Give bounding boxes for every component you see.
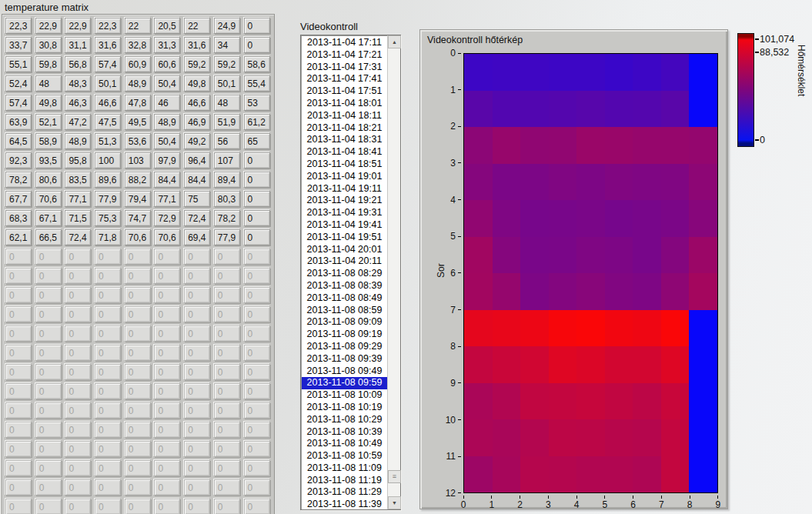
matrix-cell-empty[interactable]: 0 xyxy=(5,364,32,380)
matrix-cell-empty[interactable]: 0 xyxy=(244,268,270,284)
matrix-cell-empty[interactable]: 0 xyxy=(65,287,91,303)
list-item[interactable]: 2013-11-08 08:29 xyxy=(302,268,387,280)
list-item[interactable]: 2013-11-04 18:11 xyxy=(302,110,387,122)
matrix-cell-empty[interactable]: 0 xyxy=(5,460,32,476)
matrix-cell[interactable]: 49,8 xyxy=(184,75,210,92)
matrix-cell-empty[interactable]: 0 xyxy=(35,383,62,399)
matrix-cell-empty[interactable]: 0 xyxy=(95,460,121,476)
matrix-cell[interactable]: 61,2 xyxy=(244,114,270,130)
matrix-cell-empty[interactable]: 0 xyxy=(95,287,121,303)
matrix-cell[interactable]: 100 xyxy=(95,152,121,169)
matrix-cell[interactable]: 0 xyxy=(244,152,270,169)
matrix-cell[interactable]: 0 xyxy=(244,172,270,188)
matrix-cell[interactable]: 70,6 xyxy=(35,191,62,207)
matrix-cell-empty[interactable]: 0 xyxy=(125,268,151,284)
matrix-cell[interactable]: 0 xyxy=(244,18,270,34)
matrix-cell[interactable]: 51,9 xyxy=(214,114,240,130)
matrix-cell-empty[interactable]: 0 xyxy=(65,268,91,284)
list-item[interactable]: 2013-11-08 08:49 xyxy=(302,292,387,305)
matrix-cell-empty[interactable]: 0 xyxy=(214,287,240,303)
matrix-cell[interactable]: 107 xyxy=(214,152,240,169)
list-item[interactable]: 2013-11-08 11:19 xyxy=(302,475,387,487)
matrix-cell[interactable]: 0 xyxy=(244,210,270,226)
matrix-cell[interactable]: 79,4 xyxy=(125,191,151,207)
matrix-cell[interactable]: 47,8 xyxy=(125,95,151,111)
matrix-cell[interactable]: 62,1 xyxy=(5,229,32,245)
matrix-cell-empty[interactable]: 0 xyxy=(244,364,270,380)
matrix-cell[interactable]: 31,6 xyxy=(95,37,121,53)
matrix-cell-empty[interactable]: 0 xyxy=(35,249,62,265)
matrix-cell-empty[interactable]: 0 xyxy=(184,479,210,496)
matrix-cell-empty[interactable]: 0 xyxy=(95,402,121,419)
matrix-cell[interactable]: 22,3 xyxy=(95,18,121,34)
matrix-cell-empty[interactable]: 0 xyxy=(65,306,91,322)
matrix-cell[interactable]: 46,3 xyxy=(65,95,91,111)
matrix-cell[interactable]: 72,4 xyxy=(65,229,91,245)
matrix-cell[interactable]: 32,8 xyxy=(125,37,151,53)
matrix-cell-empty[interactable]: 0 xyxy=(214,422,240,438)
matrix-cell[interactable]: 0 xyxy=(244,229,270,245)
matrix-cell-empty[interactable]: 0 xyxy=(184,325,210,342)
matrix-cell-empty[interactable]: 0 xyxy=(125,499,151,514)
matrix-cell[interactable]: 0 xyxy=(244,37,270,53)
matrix-cell[interactable]: 64,5 xyxy=(5,133,32,149)
list-item[interactable]: 2013-11-08 08:59 xyxy=(302,305,387,317)
matrix-cell[interactable]: 77,9 xyxy=(214,229,240,245)
matrix-cell-empty[interactable]: 0 xyxy=(154,460,180,476)
matrix-cell[interactable]: 46,9 xyxy=(184,114,210,130)
matrix-cell-empty[interactable]: 0 xyxy=(244,306,270,322)
matrix-cell[interactable]: 20,5 xyxy=(154,18,180,34)
matrix-cell[interactable]: 92,3 xyxy=(5,152,32,169)
matrix-cell-empty[interactable]: 0 xyxy=(214,345,240,361)
video-list-box[interactable]: 2013-11-04 17:112013-11-04 17:212013-11-… xyxy=(300,35,401,510)
matrix-cell-empty[interactable]: 0 xyxy=(184,402,210,419)
matrix-cell-empty[interactable]: 0 xyxy=(5,479,32,496)
matrix-cell-empty[interactable]: 0 xyxy=(214,402,240,419)
matrix-cell-empty[interactable]: 0 xyxy=(125,364,151,380)
matrix-cell[interactable]: 63,9 xyxy=(5,114,32,130)
matrix-cell[interactable]: 60,9 xyxy=(125,56,151,72)
matrix-cell-empty[interactable]: 0 xyxy=(214,499,240,514)
matrix-cell-empty[interactable]: 0 xyxy=(125,249,151,265)
matrix-cell-empty[interactable]: 0 xyxy=(125,287,151,303)
matrix-cell-empty[interactable]: 0 xyxy=(214,441,240,457)
matrix-cell-empty[interactable]: 0 xyxy=(5,345,32,361)
matrix-cell-empty[interactable]: 0 xyxy=(5,325,32,342)
matrix-cell[interactable]: 22,9 xyxy=(35,18,62,34)
matrix-cell-empty[interactable]: 0 xyxy=(214,479,240,496)
matrix-cell-empty[interactable]: 0 xyxy=(244,422,270,438)
matrix-cell[interactable]: 0 xyxy=(244,191,270,207)
matrix-cell[interactable]: 24,9 xyxy=(214,18,240,34)
matrix-cell[interactable]: 57,4 xyxy=(5,95,32,111)
matrix-cell-empty[interactable]: 0 xyxy=(154,479,180,496)
matrix-cell-empty[interactable]: 0 xyxy=(65,383,91,399)
matrix-cell-empty[interactable]: 0 xyxy=(214,249,240,265)
matrix-cell[interactable]: 57,4 xyxy=(95,56,121,72)
matrix-cell[interactable]: 53 xyxy=(244,95,270,111)
list-item[interactable]: 2013-11-04 17:21 xyxy=(302,49,387,62)
matrix-cell-empty[interactable]: 0 xyxy=(95,325,121,342)
matrix-cell[interactable]: 33,7 xyxy=(5,37,32,53)
matrix-cell-empty[interactable]: 0 xyxy=(184,364,210,380)
matrix-cell-empty[interactable]: 0 xyxy=(95,306,121,322)
matrix-cell-empty[interactable]: 0 xyxy=(244,441,270,457)
matrix-cell[interactable]: 68,3 xyxy=(5,210,32,226)
matrix-cell[interactable]: 97,9 xyxy=(154,152,180,169)
matrix-cell[interactable]: 56,8 xyxy=(65,56,91,72)
list-item[interactable]: 2013-11-08 11:09 xyxy=(302,462,387,475)
matrix-cell-empty[interactable]: 0 xyxy=(5,249,32,265)
matrix-cell-empty[interactable]: 0 xyxy=(95,345,121,361)
matrix-cell[interactable]: 22,3 xyxy=(5,18,32,34)
matrix-cell-empty[interactable]: 0 xyxy=(214,268,240,284)
matrix-cell[interactable]: 55,4 xyxy=(244,75,270,92)
matrix-cell[interactable]: 95,8 xyxy=(65,152,91,169)
matrix-cell[interactable]: 71,8 xyxy=(95,229,121,245)
matrix-cell-empty[interactable]: 0 xyxy=(125,325,151,342)
matrix-cell-empty[interactable]: 0 xyxy=(95,441,121,457)
matrix-cell-empty[interactable]: 0 xyxy=(154,306,180,322)
matrix-cell-empty[interactable]: 0 xyxy=(184,345,210,361)
matrix-cell-empty[interactable]: 0 xyxy=(35,499,62,514)
matrix-cell-empty[interactable]: 0 xyxy=(184,287,210,303)
matrix-cell-empty[interactable]: 0 xyxy=(65,460,91,476)
matrix-cell-empty[interactable]: 0 xyxy=(184,306,210,322)
